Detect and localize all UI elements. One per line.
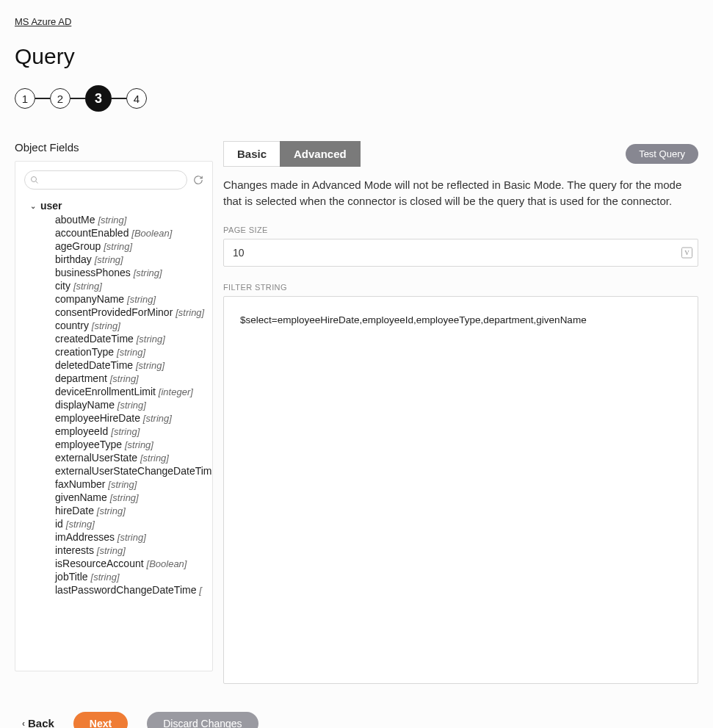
field-item[interactable]: country [string] [55, 319, 212, 332]
field-item[interactable]: deviceEnrollmentLimit [integer] [55, 385, 212, 398]
field-item[interactable]: displayName [string] [55, 398, 212, 411]
object-fields-label: Object Fields [15, 141, 213, 154]
tree-root-user[interactable]: ⌄ user [30, 200, 212, 212]
query-mode-tabs: Basic Advanced [223, 141, 361, 167]
stepper: 1234 [15, 85, 698, 112]
field-item[interactable]: externalUserState [string] [55, 451, 212, 464]
field-item[interactable]: businessPhones [string] [55, 266, 212, 279]
step-connector [112, 98, 126, 99]
back-button[interactable]: ‹ Back [22, 717, 54, 728]
object-fields-panel: ⌄ user aboutMe [string]accountEnabled [B… [15, 161, 213, 671]
tab-basic[interactable]: Basic [223, 141, 280, 167]
field-item[interactable]: imAddresses [string] [55, 530, 212, 544]
field-item[interactable]: creationType [string] [55, 345, 212, 358]
step-4[interactable]: 4 [126, 88, 147, 109]
test-query-button[interactable]: Test Query [626, 144, 698, 164]
next-button[interactable]: Next [73, 712, 128, 729]
filter-string-label: FILTER STRING [223, 283, 698, 292]
step-connector [70, 98, 85, 99]
refresh-icon[interactable] [193, 175, 203, 185]
field-item[interactable]: employeeHireDate [string] [55, 411, 212, 425]
tab-advanced[interactable]: Advanced [280, 141, 361, 167]
field-item[interactable]: deletedDateTime [string] [55, 358, 212, 372]
step-connector [35, 98, 50, 99]
field-item[interactable]: employeeId [string] [55, 425, 212, 438]
field-item[interactable]: interests [string] [55, 544, 212, 557]
chevron-left-icon: ‹ [22, 718, 25, 729]
field-item[interactable]: accountEnabled [Boolean] [55, 226, 212, 239]
field-item[interactable]: isResourceAccount [Boolean] [55, 557, 212, 570]
mode-info-text: Changes made in Advanced Mode will not b… [223, 177, 698, 209]
field-item[interactable]: ageGroup [string] [55, 239, 212, 253]
field-item[interactable]: aboutMe [string] [55, 213, 212, 226]
field-item[interactable]: birthday [string] [55, 253, 212, 266]
page-title: Query [15, 44, 698, 69]
field-item[interactable]: id [string] [55, 517, 212, 530]
svg-point-0 [32, 177, 37, 182]
field-search-input[interactable] [24, 170, 187, 190]
breadcrumb-link[interactable]: MS Azure AD [15, 16, 71, 27]
field-item[interactable]: department [string] [55, 372, 212, 385]
chevron-down-icon: ⌄ [30, 202, 36, 210]
field-item[interactable]: city [string] [55, 279, 212, 292]
step-2[interactable]: 2 [50, 88, 70, 109]
field-item[interactable]: givenName [string] [55, 491, 212, 504]
field-item[interactable]: employeeType [string] [55, 438, 212, 451]
step-3[interactable]: 3 [85, 85, 112, 112]
search-icon [30, 176, 39, 184]
discard-button[interactable]: Discard Changes [147, 712, 258, 729]
filter-string-input[interactable] [223, 296, 698, 684]
numeric-badge-icon: V [681, 247, 692, 258]
field-list: aboutMe [string]accountEnabled [Boolean]… [55, 213, 212, 597]
field-item[interactable]: externalUserStateChangeDateTime [55, 464, 212, 477]
field-item[interactable]: jobTitle [string] [55, 570, 212, 583]
page-size-label: PAGE SIZE [223, 226, 698, 234]
field-item[interactable]: consentProvidedForMinor [string] [55, 306, 212, 319]
step-1[interactable]: 1 [15, 88, 35, 109]
field-item[interactable]: createdDateTime [string] [55, 332, 212, 345]
tree-root-label: user [40, 200, 62, 212]
svg-line-1 [36, 181, 38, 184]
field-item[interactable]: lastPasswordChangeDateTime [ [55, 583, 212, 597]
back-label: Back [28, 717, 54, 728]
field-item[interactable]: companyName [string] [55, 292, 212, 306]
field-item[interactable]: faxNumber [string] [55, 477, 212, 491]
field-item[interactable]: hireDate [string] [55, 504, 212, 517]
page-size-input[interactable] [223, 239, 698, 267]
